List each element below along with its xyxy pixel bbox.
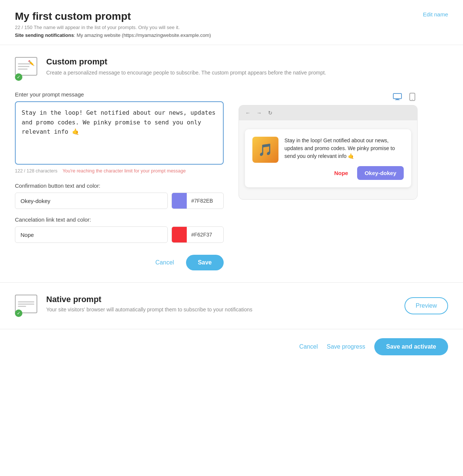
footer-cancel-button[interactable]: Cancel [299,343,318,350]
page-title: My first custom prompt [15,10,448,22]
confirm-color-value: #7F82EB [187,198,217,204]
left-panel: Enter your prompt message Stay in the lo… [15,91,224,270]
section-header: ✏️ ✓ Custom prompt Create a personalized… [15,57,448,81]
char-warning: You're reaching the character limit for … [63,168,186,174]
notification-cancel-button[interactable]: Nope [330,166,353,180]
confirm-input-row: #7F82EB [15,193,224,209]
notification-confirm-button[interactable]: Okey-dokey [357,166,404,180]
native-prompt-icon: ✓ [15,295,39,317]
prompt-textarea[interactable]: Stay in the loop! Get notified about our… [15,101,224,165]
char-count: 122 / 128 characters You're reaching the… [15,168,224,174]
notification-body: Stay in the loop! Get notified about our… [284,137,404,180]
preview-area: 🎵 Stay in the loop! Get notified about o… [239,120,417,199]
site-value: My amazing website (https://myamazingweb… [76,32,211,38]
action-row: Cancel Save [15,255,224,270]
desktop-view-button[interactable] [391,91,404,104]
cancel-input-row: #F62F37 [15,226,224,243]
notification-text: Stay in the loop! Get notified about our… [284,137,404,160]
custom-prompt-icon: ✏️ ✓ [15,57,39,81]
browser-toolbar: ← → ↻ [239,105,417,120]
section-title: Custom prompt [46,57,326,67]
cancel-label: Cancelation link text and color: [15,216,224,223]
cancel-button[interactable]: Cancel [149,256,180,270]
site-label: Site sending notifications [15,32,74,38]
confirm-label: Confirmation button text and color: [15,183,224,189]
cancel-color-picker[interactable]: #F62F37 [171,226,224,243]
footer-save-activate-button[interactable]: Save and activate [374,338,448,355]
cancel-text-input[interactable] [15,226,168,243]
right-panel: ← → ↻ 🎵 Stay in the loop! Get notified a… [239,91,418,200]
custom-prompt-section: ✏️ ✓ Custom prompt Create a personalized… [0,45,463,283]
page-header: My first custom prompt 22 / 150 The name… [0,0,463,45]
custom-prompt-content: Enter your prompt message Stay in the lo… [15,91,448,270]
native-description: Your site visitors' browser will automat… [46,307,252,312]
confirm-color-swatch [172,193,187,209]
page-footer: Cancel Save progress Save and activate [0,329,463,364]
char-count-text: 122 / 128 characters [15,168,57,174]
native-header-left: ✓ Native prompt Your site visitors' brow… [15,295,252,317]
check-badge: ✓ [15,73,22,81]
prompt-label: Enter your prompt message [15,91,224,98]
header-subtitle: 22 / 150 The name will appear in the lis… [15,25,448,30]
confirm-color-picker[interactable]: #7F82EB [171,193,224,209]
back-button[interactable]: ← [244,109,252,117]
svg-point-4 [412,99,413,100]
site-info: Site sending notifications: My amazing w… [15,32,448,38]
section-title-block: Custom prompt Create a personalized mess… [46,57,326,77]
device-toggle [239,91,418,104]
forward-button[interactable]: → [255,109,263,117]
section-description: Create a personalized message to encoura… [46,69,326,77]
notification-actions: Nope Okey-dokey [284,166,404,180]
svg-rect-0 [393,93,401,99]
preview-button[interactable]: Preview [404,297,448,314]
cancel-color-value: #F62F37 [187,232,217,238]
cancel-color-swatch [172,226,187,243]
notification-card: 🎵 Stay in the loop! Get notified about o… [245,129,411,187]
notification-icon: 🎵 [252,137,278,163]
mobile-view-button[interactable] [407,91,418,104]
header-subtitle-text: The name will appear in the list of your… [34,25,180,30]
native-check-badge: ✓ [15,310,22,317]
edit-name-button[interactable]: Edit name [423,11,448,18]
native-section: ✓ Native prompt Your site visitors' brow… [0,283,463,329]
save-button[interactable]: Save [186,255,224,270]
native-title-block: Native prompt Your site visitors' browse… [46,295,252,312]
refresh-button[interactable]: ↻ [267,109,274,117]
preview-container: ← → ↻ 🎵 Stay in the loop! Get notified a… [239,105,418,200]
confirm-text-input[interactable] [15,193,168,209]
native-header: ✓ Native prompt Your site visitors' brow… [15,295,448,317]
footer-save-progress-button[interactable]: Save progress [327,343,365,350]
char-count-header: 22 / 150 [15,25,32,30]
native-title: Native prompt [46,295,252,304]
